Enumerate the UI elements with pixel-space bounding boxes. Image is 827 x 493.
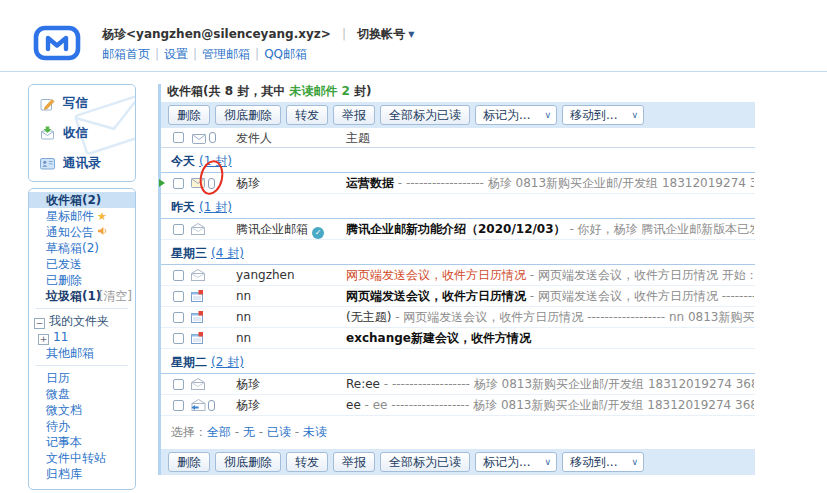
sidebar-item-inbox[interactable]: 收件箱(2) <box>29 192 135 208</box>
nav-settings[interactable]: 设置 <box>164 47 188 61</box>
chevron-down-icon: ∨ <box>544 457 551 467</box>
chevron-down-icon: ∨ <box>632 457 639 467</box>
separator: - <box>255 425 267 439</box>
subject: 网页端发送会议，收件方日历情况 - 网页端发送会议，收件方日历情况 ------… <box>346 286 754 306</box>
unread-count: 未读邮件 2 <box>289 84 350 98</box>
sidebar-item-drafts[interactable]: 草稿箱(2) <box>29 240 135 256</box>
nav-manage-mail[interactable]: 管理邮箱 <box>202 47 250 61</box>
move-to-dropdown[interactable]: 移动到...∨ <box>562 105 644 125</box>
sidebar-item-other-mailboxes[interactable]: 其他邮箱 <box>29 345 135 361</box>
sender: 腾讯企业邮箱✓ <box>236 219 342 239</box>
row-checkbox[interactable] <box>173 312 184 323</box>
group-count-link[interactable]: (2 封) <box>211 355 244 369</box>
inbox-download-icon <box>40 126 55 140</box>
account-address: 杨珍<yangzhen@silenceyang.xyz> <box>102 27 331 41</box>
sidebar-item-folder-11[interactable]: +11 <box>29 329 135 345</box>
separator: - <box>231 425 243 439</box>
sidebar-item-wedoc[interactable]: 微文档 <box>29 402 135 418</box>
delete-permanently-button[interactable]: 彻底删除 <box>215 452 281 472</box>
select-none-link[interactable]: 无 <box>243 425 255 439</box>
select-read-link[interactable]: 已读 <box>267 425 291 439</box>
collapse-icon[interactable]: − <box>34 318 45 329</box>
mark-as-dropdown[interactable]: 标记为...∨ <box>475 105 557 125</box>
sender: yangzhen <box>236 265 342 285</box>
separator: | <box>342 27 346 41</box>
row-checkbox[interactable] <box>173 379 184 390</box>
sidebar-item-weiyun[interactable]: 微盘 <box>29 386 135 402</box>
sender: 杨珍 <box>236 374 342 394</box>
sidebar-item-archive[interactable]: 归档库 <box>29 466 135 482</box>
delete-permanently-button[interactable]: 彻底删除 <box>215 105 281 125</box>
select-unread-link[interactable]: 未读 <box>303 425 327 439</box>
select-all-link[interactable]: 全部 <box>207 425 231 439</box>
row-checkbox[interactable] <box>173 333 184 344</box>
sidebar-item-todo[interactable]: 待办 <box>29 418 135 434</box>
delete-button[interactable]: 删除 <box>168 105 210 125</box>
mail-list-panel: 收件箱(共 8 封，其中 未读邮件 2 封) 删除 彻底删除 转发 举报 全部标… <box>158 84 755 475</box>
forward-button[interactable]: 转发 <box>286 452 328 472</box>
row-checkbox[interactable] <box>173 400 184 411</box>
sidebar-item-notebook[interactable]: 记事本 <box>29 434 135 450</box>
mark-all-read-button[interactable]: 全部标为已读 <box>380 105 470 125</box>
mail-row[interactable]: yangzhen 网页端发送会议，收件方日历情况 - 网页端发送会议，收件方日历… <box>161 265 755 286</box>
report-button[interactable]: 举报 <box>333 105 375 125</box>
subject: 网页端发送会议，收件方日历情况 - 网页端发送会议，收件方日历情况 开始：202… <box>346 265 754 285</box>
select-all-checkbox[interactable] <box>173 132 184 143</box>
sidebar-action-box: 写信 收信 通讯录 <box>28 84 136 182</box>
group-count-link[interactable]: (4 封) <box>211 246 244 260</box>
nav-qq-mail[interactable]: QQ邮箱 <box>264 47 307 61</box>
nav-mail-home[interactable]: 邮箱首页 <box>102 47 150 61</box>
sidebar-item-calendar[interactable]: 日历 <box>29 370 135 386</box>
receive-mail-button[interactable]: 收信 <box>29 118 135 148</box>
mail-row[interactable]: nn 网页端发送会议，收件方日历情况 - 网页端发送会议，收件方日历情况 ---… <box>161 286 755 307</box>
sidebar-item-junk[interactable]: 垃圾箱(1)[清空] <box>29 288 135 304</box>
sidebar-item-sent[interactable]: 已发送 <box>29 256 135 272</box>
subject: 运营数据 - ------------------ 杨珍 0813新购买企业邮/… <box>346 173 754 193</box>
switch-account-link[interactable]: 切换帐号▼ <box>357 27 414 41</box>
mark-as-dropdown[interactable]: 标记为...∨ <box>475 452 557 472</box>
mark-all-read-button[interactable]: 全部标为已读 <box>380 452 470 472</box>
sidebar-item-my-folders[interactable]: −我的文件夹 <box>29 313 135 329</box>
mail-column-icon <box>192 133 206 147</box>
group-count-link[interactable]: (1 封) <box>199 154 232 168</box>
unread-pointer-icon <box>159 179 165 187</box>
sender: nn <box>236 307 342 327</box>
report-button[interactable]: 举报 <box>333 452 375 472</box>
mail-row[interactable]: nn (无主题) - 网页端发送会议，收件方日历情况 -------------… <box>161 307 755 328</box>
toolbar-bottom: 删除 彻底删除 转发 举报 全部标为已读 标记为...∨ 移动到...∨ <box>161 449 755 475</box>
sender: nn <box>236 328 342 348</box>
row-checkbox[interactable] <box>173 270 184 281</box>
mail-row[interactable]: 杨珍 Re:ee - ------------------ 杨珍 0813新购买… <box>161 374 755 395</box>
subject: ee - ee ------------------ 杨珍 0813新购买企业邮… <box>346 395 754 415</box>
caret-down-icon: ▼ <box>408 30 414 39</box>
attachment-icon <box>208 400 215 411</box>
mail-row[interactable]: 杨珍 ee - ee ------------------ 杨珍 0813新购买… <box>161 395 755 416</box>
sidebar-item-announcements[interactable]: 通知公告 <box>29 224 135 240</box>
mail-replied-icon <box>191 399 206 414</box>
mail-row[interactable]: 杨珍 运营数据 - ------------------ 杨珍 0813新购买企… <box>161 173 755 194</box>
group-count-link[interactable]: (1 封) <box>199 200 232 214</box>
sidebar-item-deleted[interactable]: 已删除 <box>29 272 135 288</box>
expand-icon[interactable]: + <box>38 334 49 345</box>
official-badge-icon: ✓ <box>312 227 324 239</box>
mail-row[interactable]: nn exchange新建会议，收件方情况 <box>161 328 755 349</box>
row-checkbox[interactable] <box>173 178 184 189</box>
separator: | <box>155 47 159 61</box>
compose-button[interactable]: 写信 <box>29 88 135 118</box>
sidebar-item-file-transfer[interactable]: 文件中转站 <box>29 450 135 466</box>
mail-row[interactable]: 腾讯企业邮箱✓ 腾讯企业邮新功能介绍（2020/12/03） - 你好，杨珍 腾… <box>161 219 755 240</box>
delete-button[interactable]: 删除 <box>168 452 210 472</box>
contacts-button[interactable]: 通讯录 <box>29 148 135 178</box>
separator: - <box>291 425 303 439</box>
forward-button[interactable]: 转发 <box>286 105 328 125</box>
row-checkbox[interactable] <box>173 224 184 235</box>
calendar-invite-icon <box>191 332 203 347</box>
selection-row: 选择：全部 - 无 - 已读 - 未读 <box>161 416 755 446</box>
empty-junk-link[interactable]: [清空] <box>99 288 132 304</box>
group-header-yesterday: 昨天(1 封) <box>161 194 755 219</box>
move-to-dropdown[interactable]: 移动到...∨ <box>562 452 644 472</box>
separator: | <box>193 47 197 61</box>
sidebar-item-starred[interactable]: 星标邮件★ <box>29 208 135 224</box>
row-checkbox[interactable] <box>173 291 184 302</box>
sidebar-folder-box: 收件箱(2) 星标邮件★ 通知公告 草稿箱(2) 已发送 已删除 垃圾箱(1)[… <box>28 188 136 490</box>
